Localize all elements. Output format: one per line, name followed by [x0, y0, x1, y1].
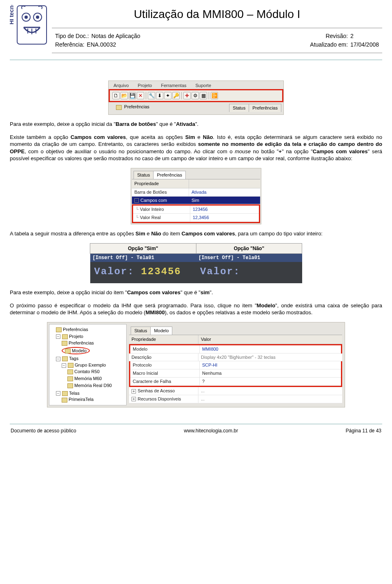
meta-label: Referência: [55, 41, 85, 49]
tab-status[interactable]: Status [131, 327, 151, 335]
lcd-preview-sim: [Insert Off] - Tela01 Valor: 123456 [90, 253, 196, 283]
footer-right: Página 11 de 43 [346, 427, 381, 434]
folder-icon [62, 391, 68, 396]
meta-label: Tipo de Doc.: [55, 32, 89, 40]
tree-node[interactable]: Contato R50 [67, 368, 125, 375]
tab-modelo[interactable]: Modelo [150, 327, 172, 335]
tree-node[interactable]: PrimeiraTela [62, 396, 125, 403]
page-footer: Documento de acesso público www.hitecnol… [10, 424, 382, 434]
meta-label: Atualizado em: [303, 41, 348, 49]
paragraph: O próximo passo é especificar o modelo d… [10, 302, 382, 316]
collapse-icon[interactable]: − [56, 391, 60, 396]
folder-icon [68, 363, 74, 368]
propgrid-header: Propriedade Valor [129, 335, 342, 344]
tab-preferencias[interactable]: Preferências [153, 171, 186, 179]
paragraph: Para este exemplo, deixe a opção inicial… [10, 289, 382, 296]
menu-item[interactable]: Suporte [192, 82, 216, 90]
new-file-icon[interactable]: 🗋 [112, 92, 120, 99]
prop-row-modelo[interactable]: Modelo MMI800 [130, 345, 341, 354]
svg-text:HI tecnologia: HI tecnologia [10, 5, 15, 25]
prop-row-protocolo[interactable]: Protocolo SCP-HI [130, 361, 341, 369]
plus-icon[interactable]: ✚ [183, 92, 191, 99]
doc-title: Utilização da MMI800 – Módulo I [52, 5, 382, 26]
th-opcao-nao: Opção "Não" [196, 243, 302, 253]
delete-icon[interactable]: ✕ [137, 92, 144, 99]
paragraph: Existe também a opção Campos com valores… [10, 134, 382, 162]
prop-row-recursos[interactable]: +Recursos Disponíveis ... [129, 395, 342, 403]
doc-header: HI tecnologia Utilização da MMI800 – Mód… [10, 5, 382, 56]
open-file-icon[interactable]: 📂 [120, 92, 128, 99]
propgrid-header: Propriedade [132, 179, 260, 188]
tab-status[interactable]: Status [229, 104, 249, 112]
wand-icon[interactable]: ✦ [164, 92, 172, 99]
prop-row-campos-com-valores[interactable]: −Campos com Sim [132, 197, 260, 205]
collapse-icon[interactable]: − [62, 363, 66, 368]
project-tree: Preferências −Projeto Preferências Model… [49, 324, 127, 405]
tree-node[interactable]: −Telas PrimeiraTela [56, 390, 125, 404]
svg-point-5 [36, 16, 39, 19]
tool-icon[interactable]: 🔧 [148, 92, 155, 99]
key-icon[interactable]: 🔑 [172, 92, 180, 99]
tree-node[interactable]: −Tags −Grupo Exemplo Contato R50 Memória… [56, 355, 125, 389]
meta-label: Revisão: [303, 32, 348, 40]
menu-item[interactable]: Projeto [134, 82, 156, 90]
config-icon[interactable]: ⚙ [192, 92, 199, 99]
exit-icon[interactable]: 📴 [211, 92, 218, 99]
toolbar: 🗋 📂 💾 ✕ 🔧 ⬇ ✦ 🔑 ✚ ⚙ ▦ 📴 [110, 90, 282, 101]
tree-node[interactable]: Preferências [62, 340, 125, 347]
expand-icon[interactable]: + [131, 397, 136, 401]
tab-preferencias[interactable]: Preferências [249, 104, 281, 112]
expand-icon[interactable]: + [131, 389, 136, 394]
tree-node[interactable]: Memória M60 [67, 375, 125, 382]
screenshot-modelo: Preferências −Projeto Preferências Model… [47, 322, 345, 407]
lcd-preview-nao: [Insert Off] - Tela01 Valor: [196, 253, 302, 283]
collapse-icon[interactable]: − [56, 357, 60, 361]
menu-item[interactable]: Ferramentas [157, 82, 190, 90]
tag-icon [67, 369, 73, 374]
file-icon [62, 341, 67, 346]
doc-meta: Tipo de Doc.: Notas de Aplicação Referên… [52, 30, 382, 51]
file-icon [65, 349, 71, 354]
menu-item[interactable]: Arquivo [109, 82, 133, 90]
tree-node-preferencias[interactable]: Preferências [116, 104, 149, 112]
svg-point-4 [24, 16, 28, 19]
paragraph: A tabela a seguir mostra a diferença ent… [10, 230, 382, 237]
prop-row-descricao[interactable]: Descrição Display 4x20 "BigNumber" - 32 … [129, 354, 342, 362]
prop-row-macro-inicial[interactable]: Macro Inicial Nenhuma [130, 369, 341, 378]
collapse-icon[interactable]: − [56, 334, 60, 339]
meta-value: 2 [350, 32, 354, 40]
screenshot-toolbar: Arquivo Projeto Ferramentas Suporte 🗋 📂 … [108, 81, 284, 115]
prop-row-valor-real[interactable]: Valor Real 12,3456 [133, 214, 259, 222]
prop-row-caractere-falha[interactable]: Caractere de Falha ? [130, 378, 341, 386]
screen-icon [62, 398, 67, 403]
hi-tecnologia-logo: HI tecnologia [10, 5, 49, 45]
tree-node[interactable]: −Projeto Preferências Modelo [56, 333, 125, 356]
prop-row-valor-inteiro[interactable]: Valor Inteiro 123456 [133, 206, 259, 214]
download-icon[interactable]: ⬇ [156, 92, 163, 99]
tag-icon [67, 383, 73, 388]
tag-icon [67, 376, 73, 381]
footer-left: Documento de acesso público [11, 427, 76, 434]
comparison-table: Opção "Sim" Opção "Não" [Insert Off] - T… [90, 243, 302, 284]
tree-node[interactable]: Preferências [56, 326, 125, 333]
screenshot-preferencias-grid: Status Preferências Propriedade Barra de… [131, 168, 261, 224]
meta-value: ENA.00032 [87, 41, 116, 49]
module-icon[interactable]: ▦ [200, 92, 207, 99]
footer-center: www.hitecnologia.com.br [184, 427, 238, 434]
folder-icon [116, 105, 122, 110]
tree-node-modelo[interactable]: Modelo [62, 347, 125, 355]
svg-rect-1 [17, 6, 47, 44]
folder-icon [62, 356, 68, 361]
collapse-icon[interactable]: − [134, 198, 139, 203]
prop-row-senhas[interactable]: +Senhas de Acesso ... [129, 387, 342, 395]
paragraph: Para este exemplo, deixe a opção inicial… [10, 121, 382, 128]
prop-row-barra-botoes[interactable]: Barra de Botões Ativada [132, 188, 260, 197]
th-opcao-sim: Opção "Sim" [90, 243, 196, 253]
save-icon[interactable]: 💾 [129, 92, 136, 99]
tree-node[interactable]: −Grupo Exemplo Contato R50 Memória M60 M… [62, 362, 125, 389]
meta-value: 17/04/2008 [350, 41, 379, 49]
tree-node[interactable]: Memória Real D90 [67, 382, 125, 389]
tab-status[interactable]: Status [134, 171, 154, 179]
meta-value: Notas de Aplicação [91, 32, 140, 40]
folder-icon [56, 327, 62, 332]
